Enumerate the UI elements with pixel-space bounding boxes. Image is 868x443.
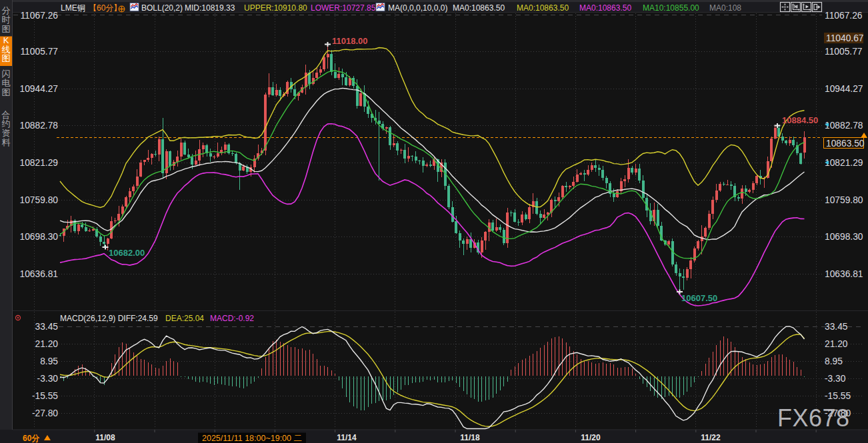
svg-text:8.95: 8.95	[825, 356, 843, 366]
svg-text:料: 料	[2, 137, 11, 147]
svg-text:MA0:108: MA0:108	[709, 3, 741, 13]
svg-text:UPPER:10910.80: UPPER:10910.80	[244, 3, 307, 13]
svg-text:【60分】: 【60分】	[89, 3, 121, 13]
svg-text:21.20: 21.20	[825, 339, 848, 349]
svg-text:图: 图	[2, 24, 11, 34]
svg-text:10607.50: 10607.50	[681, 293, 717, 303]
svg-text:合: 合	[2, 110, 11, 120]
svg-text:MA0:10863.50: MA0:10863.50	[517, 3, 569, 13]
svg-text:-15.55: -15.55	[32, 391, 58, 401]
svg-text:10944.27: 10944.27	[825, 84, 863, 94]
svg-text:11/20: 11/20	[581, 433, 601, 442]
svg-text:-3.30: -3.30	[37, 374, 59, 384]
svg-text:11/22: 11/22	[701, 433, 721, 442]
svg-text:11/14: 11/14	[337, 433, 357, 442]
svg-text:DEA:25.04: DEA:25.04	[165, 314, 204, 323]
svg-text:11005.77: 11005.77	[20, 47, 58, 57]
svg-text:10944.27: 10944.27	[19, 84, 58, 94]
svg-text:-3.30: -3.30	[825, 374, 846, 384]
svg-text:分: 分	[2, 5, 11, 15]
svg-text:MA(0,0,0,10,0,0): MA(0,0,0,10,0,0)	[388, 3, 447, 13]
svg-text:LME铜: LME铜	[61, 3, 85, 13]
svg-text:10821.29: 10821.29	[19, 158, 58, 168]
svg-text:11040.67: 11040.67	[826, 33, 864, 43]
svg-text:线: 线	[2, 45, 11, 55]
svg-text:33.45: 33.45	[35, 322, 58, 332]
svg-text:10884.50: 10884.50	[782, 115, 818, 125]
svg-text:10636.81: 10636.81	[825, 269, 863, 279]
svg-text:MACD:-0.92: MACD:-0.92	[210, 314, 254, 323]
svg-text:电: 电	[2, 78, 11, 88]
svg-text:约: 约	[2, 119, 11, 129]
svg-text:8.95: 8.95	[40, 356, 58, 366]
svg-text:-15.55: -15.55	[825, 391, 851, 401]
svg-text:11018.00: 11018.00	[332, 36, 368, 46]
svg-text:闪: 闪	[2, 69, 11, 79]
svg-text:BOLL(20,2): BOLL(20,2)	[141, 3, 183, 13]
svg-text:10759.80: 10759.80	[825, 195, 863, 205]
svg-text:10882.78: 10882.78	[825, 121, 863, 131]
svg-text:33.45: 33.45	[825, 322, 848, 332]
svg-text:MA0:10863.50: MA0:10863.50	[453, 3, 505, 13]
svg-text:FX678: FX678	[777, 404, 850, 432]
svg-text:11/18: 11/18	[460, 433, 480, 442]
svg-text:10636.81: 10636.81	[19, 269, 58, 279]
svg-text:11005.77: 11005.77	[825, 47, 863, 57]
svg-text:10863.50: 10863.50	[826, 139, 865, 149]
svg-text:11067.26: 11067.26	[825, 11, 863, 21]
svg-text:MACD(26,12,9) DIFF:24.59: MACD(26,12,9) DIFF:24.59	[60, 314, 158, 323]
svg-text:MA10:10855.00: MA10:10855.00	[643, 3, 699, 13]
svg-text:10698.30: 10698.30	[825, 232, 863, 242]
svg-text:图: 图	[2, 87, 11, 97]
svg-text:10759.80: 10759.80	[19, 195, 58, 205]
svg-text:11067.26: 11067.26	[20, 11, 58, 21]
svg-text:60分: 60分	[23, 434, 40, 443]
svg-text:MA0:10863.50: MA0:10863.50	[579, 3, 631, 13]
svg-text:时: 时	[2, 15, 11, 25]
svg-text:21.20: 21.20	[35, 339, 58, 349]
svg-text:10882.78: 10882.78	[19, 121, 58, 131]
svg-text:2025/11/11 18:00~19:00 二: 2025/11/11 18:00~19:00 二	[202, 434, 302, 443]
svg-text:资: 资	[2, 128, 11, 138]
svg-text:10821.29: 10821.29	[825, 158, 863, 168]
svg-text:图: 图	[2, 53, 11, 63]
svg-text:LOWER:10727.85: LOWER:10727.85	[311, 3, 376, 13]
svg-text:10698.30: 10698.30	[19, 232, 58, 242]
svg-text:10682.00: 10682.00	[109, 248, 145, 258]
svg-text:-27.80: -27.80	[32, 408, 58, 418]
svg-text:MID:10819.33: MID:10819.33	[185, 3, 235, 13]
svg-text:11/08: 11/08	[95, 433, 115, 442]
